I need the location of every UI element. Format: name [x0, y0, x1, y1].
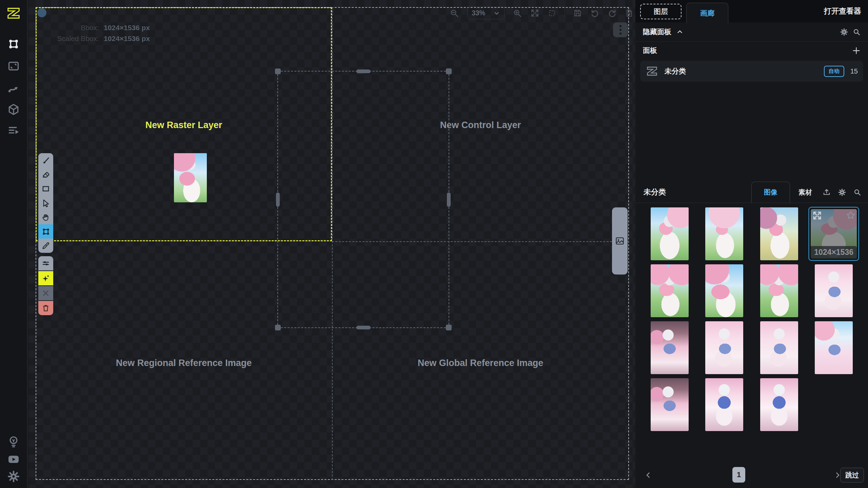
- gallery-item[interactable]: [752, 377, 807, 432]
- tab-layers[interactable]: 图层: [640, 4, 682, 19]
- generate-button[interactable]: [38, 271, 53, 285]
- gallery-item[interactable]: [752, 206, 807, 261]
- gallery-thumbnail[interactable]: [651, 207, 689, 260]
- delete-button[interactable]: [38, 301, 53, 315]
- add-panel-icon[interactable]: [852, 46, 861, 55]
- canvas-more-menu-button[interactable]: [613, 22, 628, 37]
- panel-list-item[interactable]: 未分类 自动 15: [640, 61, 863, 82]
- reference-drawer-handle[interactable]: [612, 207, 628, 274]
- selected-gallery-item[interactable]: 1024×1536: [808, 207, 859, 261]
- bbox-transform-icon[interactable]: [7, 38, 20, 50]
- gallery-item[interactable]: [697, 377, 752, 432]
- new-global-reference-label[interactable]: New Global Reference Image: [418, 358, 544, 368]
- panel-gear-icon[interactable]: [840, 28, 848, 36]
- panel-search-icon[interactable]: [853, 28, 861, 36]
- gallery-thumbnail[interactable]: [815, 264, 853, 317]
- motion-path-icon[interactable]: [7, 81, 20, 94]
- gallery-search-icon[interactable]: [853, 188, 861, 196]
- gallery-item[interactable]: [642, 320, 697, 375]
- expand-icon[interactable]: [812, 210, 822, 221]
- new-control-layer-label[interactable]: New Control Layer: [440, 120, 521, 130]
- new-document-icon[interactable]: [625, 9, 634, 18]
- gallery-thumbnail[interactable]: [651, 264, 689, 317]
- gallery-item[interactable]: [642, 206, 697, 261]
- viewport-preview-icon[interactable]: [7, 60, 20, 73]
- select-tool[interactable]: [38, 196, 53, 210]
- open-viewer-button[interactable]: 打开查看器: [824, 0, 861, 22]
- render-queue-icon[interactable]: [7, 124, 20, 137]
- fit-view-icon[interactable]: [530, 8, 539, 18]
- zoom-level-dropdown[interactable]: 33%: [467, 7, 505, 19]
- gallery-thumbnail[interactable]: [705, 321, 743, 374]
- action-tools: [38, 256, 53, 315]
- selection-handle-nw[interactable]: [275, 68, 281, 74]
- canvas-area[interactable]: Bbox: 1024×1536 px Scaled Bbox: 1024×153…: [28, 0, 635, 488]
- placed-image-thumbnail[interactable]: [174, 153, 207, 202]
- video-tutorial-icon[interactable]: [7, 453, 20, 466]
- gallery-title: 未分类: [644, 187, 751, 197]
- tab-gallery[interactable]: 画廊: [686, 3, 728, 23]
- selection-handle-w[interactable]: [276, 192, 280, 207]
- gallery-item[interactable]: [807, 320, 862, 375]
- new-raster-layer-label[interactable]: New Raster Layer: [145, 120, 222, 130]
- zoom-in-icon[interactable]: [513, 8, 522, 18]
- gallery-item[interactable]: [642, 263, 697, 318]
- gallery-item[interactable]: 1024×1536: [807, 206, 862, 261]
- canvas-origin-handle[interactable]: [37, 8, 46, 17]
- tips-bulb-icon[interactable]: [7, 435, 20, 448]
- gallery-item[interactable]: [642, 377, 697, 432]
- tab-materials[interactable]: 素材: [790, 182, 821, 203]
- selection-handle-s[interactable]: [356, 326, 371, 329]
- selection-box: [277, 71, 449, 328]
- tool-column: [38, 153, 53, 315]
- frame-region-icon[interactable]: [548, 9, 556, 18]
- gallery-thumbnail[interactable]: [760, 321, 798, 374]
- model-cube-icon[interactable]: [7, 103, 20, 116]
- gallery-gear-icon[interactable]: [838, 188, 846, 196]
- new-regional-reference-label[interactable]: New Regional Reference Image: [116, 358, 252, 368]
- gallery-item[interactable]: [697, 206, 752, 261]
- app-logo-icon[interactable]: [6, 5, 21, 21]
- undo-icon[interactable]: [590, 8, 599, 18]
- rectangle-tool[interactable]: [38, 182, 53, 196]
- gallery-thumbnail[interactable]: [651, 321, 689, 374]
- hide-panel-row[interactable]: 隐藏面板: [635, 22, 868, 41]
- favorite-star-icon[interactable]: [846, 210, 856, 220]
- gallery-thumbnail[interactable]: [760, 207, 798, 260]
- cancel-button[interactable]: [38, 286, 53, 300]
- selection-handle-e[interactable]: [447, 192, 451, 207]
- save-icon[interactable]: [573, 8, 582, 18]
- brush-tool[interactable]: [38, 153, 53, 167]
- tab-images[interactable]: 图像: [751, 182, 790, 203]
- settings-gear-icon[interactable]: [7, 470, 20, 483]
- gallery-thumbnail[interactable]: [705, 264, 743, 317]
- upload-icon[interactable]: [823, 188, 831, 196]
- page-number-button[interactable]: 1: [732, 467, 745, 483]
- gallery-thumbnail[interactable]: [760, 264, 798, 317]
- eyedropper-tool[interactable]: [38, 239, 53, 253]
- adjust-settings-tool[interactable]: [38, 256, 53, 270]
- gallery-item[interactable]: [807, 263, 862, 318]
- eraser-tool[interactable]: [38, 167, 53, 182]
- gallery-thumbnail[interactable]: [815, 321, 853, 374]
- selection-handle-se[interactable]: [446, 325, 452, 330]
- gallery-item[interactable]: [752, 320, 807, 375]
- selection-handle-n[interactable]: [356, 69, 371, 73]
- gallery-item[interactable]: [752, 263, 807, 318]
- gallery-thumbnail[interactable]: [705, 378, 743, 431]
- pan-tool[interactable]: [38, 210, 53, 224]
- skip-button[interactable]: 跳过: [840, 468, 864, 483]
- gallery-thumbnail[interactable]: [760, 378, 798, 431]
- transform-tool[interactable]: [38, 224, 53, 239]
- auto-badge: 自动: [824, 66, 844, 77]
- gallery-thumbnail[interactable]: [705, 207, 743, 260]
- redo-icon[interactable]: [608, 8, 617, 18]
- gallery-item[interactable]: [697, 320, 752, 375]
- gallery-item[interactable]: [697, 263, 752, 318]
- prev-page-icon[interactable]: [644, 471, 652, 479]
- selection-handle-sw[interactable]: [275, 325, 281, 330]
- zoom-out-icon[interactable]: [450, 8, 459, 18]
- image-dimensions-label: 1024×1536: [811, 246, 857, 259]
- gallery-thumbnail[interactable]: [651, 378, 689, 431]
- selection-handle-ne[interactable]: [446, 68, 452, 74]
